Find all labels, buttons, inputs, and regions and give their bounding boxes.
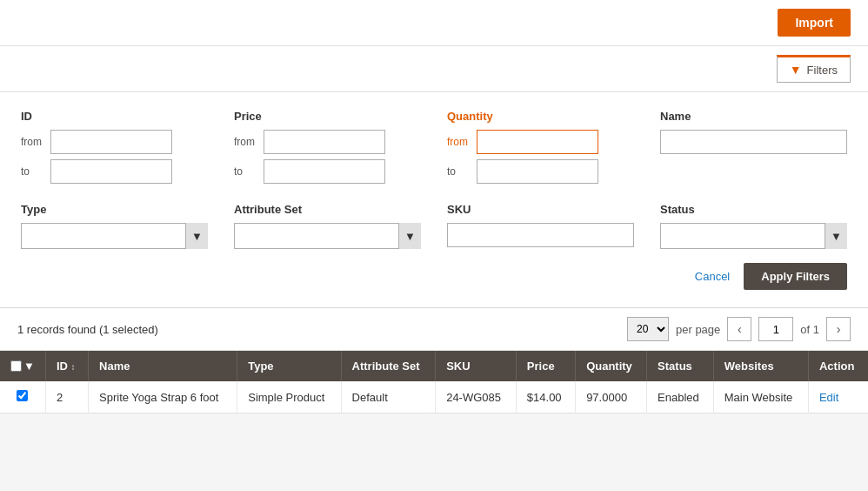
from-label-quantity: from <box>447 136 471 148</box>
price-from-input[interactable] <box>264 130 385 154</box>
attribute-set-select-wrap: ▼ <box>234 223 421 249</box>
th-name: Name <box>89 351 237 381</box>
th-id-label: ID <box>57 360 68 373</box>
quantity-to-row: to <box>447 159 634 184</box>
table-header-row: ▼ ID ↕ Name Type Attribute Set SKU Price… <box>0 351 868 381</box>
to-label-price: to <box>234 165 258 178</box>
row-checkbox[interactable] <box>17 390 28 401</box>
page-input[interactable] <box>758 317 793 341</box>
id-to-row: to <box>21 159 208 184</box>
td-status: Enabled <box>647 381 714 414</box>
quantity-label: Quantity <box>447 110 634 123</box>
attribute-set-select[interactable] <box>234 223 421 249</box>
th-price: Price <box>516 351 575 381</box>
from-label-id: from <box>21 136 45 148</box>
results-bar: 1 records found (1 selected) 20 per page… <box>0 308 868 351</box>
results-info: 1 records found (1 selected) <box>17 323 158 336</box>
filter-group-name: Name <box>660 110 847 189</box>
type-select[interactable] <box>21 223 208 249</box>
pagination: 20 per page ‹ of 1 › <box>627 317 851 341</box>
td-websites: Main Website <box>713 381 808 414</box>
filter-group-sku: SKU <box>447 203 634 249</box>
apply-filters-button[interactable]: Apply Filters <box>744 263 847 290</box>
th-id: ID ↕ <box>45 351 88 381</box>
filter-group-quantity: Quantity from to <box>447 110 634 189</box>
th-status: Status <box>647 351 714 381</box>
prev-page-button[interactable]: ‹ <box>727 317 751 341</box>
price-label: Price <box>234 110 421 123</box>
th-type: Type <box>237 351 341 381</box>
td-price: $14.00 <box>516 381 575 414</box>
table-row: 2 Sprite Yoga Strap 6 foot Simple Produc… <box>0 381 868 414</box>
filter-actions: Cancel Apply Filters <box>21 263 847 290</box>
th-checkbox-wrap: ▼ <box>10 360 35 373</box>
id-label: ID <box>21 110 208 123</box>
attribute-set-label: Attribute Set <box>234 203 421 216</box>
price-to-row: to <box>234 159 421 184</box>
td-id: 2 <box>45 381 88 414</box>
table-body: 2 Sprite Yoga Strap 6 foot Simple Produc… <box>0 381 868 414</box>
per-page-label: per page <box>676 323 720 336</box>
of-label: of 1 <box>800 323 819 336</box>
td-sku: 24-WG085 <box>436 381 517 414</box>
type-select-wrap: ▼ <box>21 223 208 249</box>
to-label-quantity: to <box>447 165 471 178</box>
id-from-input[interactable] <box>50 130 172 154</box>
select-all-checkbox[interactable] <box>10 360 22 372</box>
th-action: Action <box>808 351 868 381</box>
td-quantity: 97.0000 <box>576 381 647 414</box>
td-type: Simple Product <box>237 381 341 414</box>
th-checkbox: ▼ <box>0 351 45 381</box>
th-quantity: Quantity <box>576 351 647 381</box>
to-label-id: to <box>21 165 45 178</box>
name-input[interactable] <box>660 130 847 154</box>
id-to-input[interactable] <box>50 159 172 184</box>
filter-row-2: Type ▼ Attribute Set ▼ SKU <box>21 203 847 249</box>
top-bar: Import <box>0 0 868 46</box>
th-attribute-set: Attribute Set <box>341 351 436 381</box>
edit-link[interactable]: Edit <box>819 391 838 404</box>
filter-group-id: ID from to <box>21 110 208 189</box>
filters-button[interactable]: ▼ Filters <box>777 55 851 83</box>
table-header: ▼ ID ↕ Name Type Attribute Set SKU Price… <box>0 351 868 381</box>
filters-label: Filters <box>807 64 838 77</box>
filter-group-type: Type ▼ <box>21 203 208 249</box>
status-select[interactable] <box>660 223 847 249</box>
td-checkbox <box>0 381 45 414</box>
th-sku: SKU <box>436 351 517 381</box>
td-action: Edit <box>808 381 868 414</box>
filter-panel: ID from to Price from to Quantit <box>0 92 868 308</box>
page-size-select[interactable]: 20 <box>627 317 669 341</box>
th-checkbox-arrow[interactable]: ▼ <box>23 360 35 373</box>
filters-bar: ▼ Filters <box>0 46 868 92</box>
quantity-to-input[interactable] <box>477 159 598 184</box>
id-from-row: from <box>21 130 208 154</box>
price-from-row: from <box>234 130 421 154</box>
filter-group-price: Price from to <box>234 110 421 189</box>
filter-icon: ▼ <box>790 63 802 77</box>
status-label: Status <box>660 203 847 216</box>
quantity-from-row: from <box>447 130 634 154</box>
td-attribute-set: Default <box>341 381 436 414</box>
from-label-price: from <box>234 136 258 148</box>
type-label: Type <box>21 203 208 216</box>
status-select-wrap: ▼ <box>660 223 847 249</box>
sort-icon-id[interactable]: ↕ <box>71 362 76 372</box>
filter-row-1: ID from to Price from to Quantit <box>21 110 847 189</box>
data-table: ▼ ID ↕ Name Type Attribute Set SKU Price… <box>0 351 868 414</box>
name-label: Name <box>660 110 847 123</box>
import-button[interactable]: Import <box>778 9 851 37</box>
quantity-from-input[interactable] <box>477 130 598 154</box>
sku-input[interactable] <box>447 223 634 247</box>
next-page-button[interactable]: › <box>826 317 851 341</box>
filter-group-attribute-set: Attribute Set ▼ <box>234 203 421 249</box>
filter-group-status: Status ▼ <box>660 203 847 249</box>
th-websites: Websites <box>713 351 808 381</box>
price-to-input[interactable] <box>264 159 385 184</box>
sku-label: SKU <box>447 203 634 216</box>
td-name: Sprite Yoga Strap 6 foot <box>89 381 237 414</box>
cancel-button[interactable]: Cancel <box>695 270 730 283</box>
